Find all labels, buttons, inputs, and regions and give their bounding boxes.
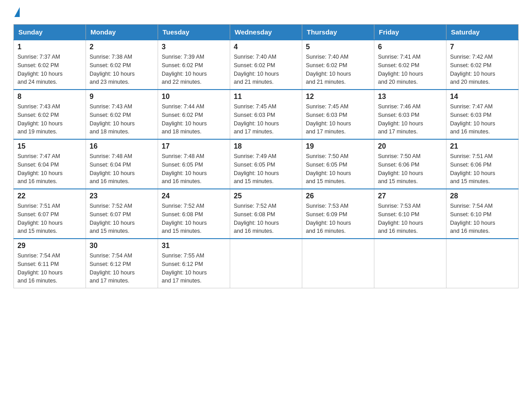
day-number: 1 (17, 43, 82, 51)
calendar-day-cell: 1 Sunrise: 7:37 AM Sunset: 6:02 PM Dayli… (14, 40, 86, 90)
calendar-day-cell: 18 Sunrise: 7:49 AM Sunset: 6:05 PM Dayl… (230, 139, 302, 189)
calendar-day-cell: 13 Sunrise: 7:46 AM Sunset: 6:03 PM Dayl… (374, 90, 446, 139)
calendar-day-cell: 15 Sunrise: 7:47 AM Sunset: 6:04 PM Dayl… (14, 139, 86, 189)
day-number: 30 (90, 242, 154, 250)
day-info: Sunrise: 7:41 AM Sunset: 6:02 PM Dayligh… (378, 53, 442, 86)
day-info: Sunrise: 7:54 AM Sunset: 6:11 PM Dayligh… (17, 252, 82, 285)
day-of-week-header: Thursday (302, 25, 374, 40)
calendar-header-row: SundayMondayTuesdayWednesdayThursdayFrid… (14, 25, 519, 40)
day-number: 23 (90, 192, 154, 200)
day-of-week-header: Saturday (446, 25, 519, 40)
calendar-week-row: 29 Sunrise: 7:54 AM Sunset: 6:11 PM Dayl… (14, 239, 519, 288)
calendar-week-row: 8 Sunrise: 7:43 AM Sunset: 6:02 PM Dayli… (14, 90, 519, 139)
day-number: 28 (450, 192, 515, 200)
day-info: Sunrise: 7:54 AM Sunset: 6:10 PM Dayligh… (450, 202, 515, 235)
day-number: 9 (90, 93, 154, 101)
calendar-day-cell: 8 Sunrise: 7:43 AM Sunset: 6:02 PM Dayli… (14, 90, 86, 139)
day-number: 6 (378, 43, 442, 51)
day-info: Sunrise: 7:50 AM Sunset: 6:06 PM Dayligh… (378, 152, 442, 186)
day-info: Sunrise: 7:39 AM Sunset: 6:02 PM Dayligh… (162, 53, 226, 86)
day-info: Sunrise: 7:49 AM Sunset: 6:05 PM Dayligh… (234, 152, 298, 186)
day-number: 27 (378, 192, 442, 200)
day-of-week-header: Tuesday (158, 25, 230, 40)
calendar-day-cell: 6 Sunrise: 7:41 AM Sunset: 6:02 PM Dayli… (374, 40, 446, 90)
day-info: Sunrise: 7:45 AM Sunset: 6:03 PM Dayligh… (306, 103, 370, 136)
day-info: Sunrise: 7:47 AM Sunset: 6:04 PM Dayligh… (17, 152, 82, 186)
calendar-day-cell: 2 Sunrise: 7:38 AM Sunset: 6:02 PM Dayli… (86, 40, 158, 90)
logo (13, 9, 20, 17)
day-info: Sunrise: 7:43 AM Sunset: 6:02 PM Dayligh… (17, 103, 82, 136)
day-info: Sunrise: 7:48 AM Sunset: 6:04 PM Dayligh… (90, 152, 154, 186)
day-info: Sunrise: 7:42 AM Sunset: 6:02 PM Dayligh… (450, 53, 515, 86)
day-number: 24 (162, 192, 226, 200)
calendar-day-cell (446, 239, 519, 288)
calendar-day-cell: 4 Sunrise: 7:40 AM Sunset: 6:02 PM Dayli… (230, 40, 302, 90)
day-info: Sunrise: 7:44 AM Sunset: 6:02 PM Dayligh… (162, 103, 226, 136)
calendar-table: SundayMondayTuesdayWednesdayThursdayFrid… (13, 24, 519, 288)
day-number: 2 (90, 43, 154, 51)
day-number: 3 (162, 43, 226, 51)
day-info: Sunrise: 7:40 AM Sunset: 6:02 PM Dayligh… (306, 53, 370, 86)
day-number: 12 (306, 93, 370, 101)
calendar-day-cell: 17 Sunrise: 7:48 AM Sunset: 6:05 PM Dayl… (158, 139, 230, 189)
day-number: 25 (234, 192, 298, 200)
day-number: 20 (378, 142, 442, 150)
day-info: Sunrise: 7:45 AM Sunset: 6:03 PM Dayligh… (234, 103, 298, 136)
day-info: Sunrise: 7:52 AM Sunset: 6:07 PM Dayligh… (90, 202, 154, 235)
day-of-week-header: Sunday (14, 25, 86, 40)
calendar-day-cell: 26 Sunrise: 7:53 AM Sunset: 6:09 PM Dayl… (302, 189, 374, 239)
day-of-week-header: Wednesday (230, 25, 302, 40)
day-of-week-header: Friday (374, 25, 446, 40)
day-number: 17 (162, 142, 226, 150)
day-info: Sunrise: 7:50 AM Sunset: 6:05 PM Dayligh… (306, 152, 370, 186)
calendar-day-cell: 31 Sunrise: 7:55 AM Sunset: 6:12 PM Dayl… (158, 239, 230, 288)
day-number: 14 (450, 93, 515, 101)
calendar-day-cell (230, 239, 302, 288)
calendar-week-row: 22 Sunrise: 7:51 AM Sunset: 6:07 PM Dayl… (14, 189, 519, 239)
day-info: Sunrise: 7:52 AM Sunset: 6:08 PM Dayligh… (234, 202, 298, 235)
calendar-day-cell: 25 Sunrise: 7:52 AM Sunset: 6:08 PM Dayl… (230, 189, 302, 239)
day-info: Sunrise: 7:54 AM Sunset: 6:12 PM Dayligh… (90, 252, 154, 285)
day-info: Sunrise: 7:52 AM Sunset: 6:08 PM Dayligh… (162, 202, 226, 235)
day-info: Sunrise: 7:37 AM Sunset: 6:02 PM Dayligh… (17, 53, 82, 86)
calendar-day-cell: 11 Sunrise: 7:45 AM Sunset: 6:03 PM Dayl… (230, 90, 302, 139)
calendar-day-cell: 12 Sunrise: 7:45 AM Sunset: 6:03 PM Dayl… (302, 90, 374, 139)
calendar-day-cell: 14 Sunrise: 7:47 AM Sunset: 6:03 PM Dayl… (446, 90, 519, 139)
calendar-day-cell: 22 Sunrise: 7:51 AM Sunset: 6:07 PM Dayl… (14, 189, 86, 239)
calendar-day-cell (302, 239, 374, 288)
day-info: Sunrise: 7:47 AM Sunset: 6:03 PM Dayligh… (450, 103, 515, 136)
day-info: Sunrise: 7:53 AM Sunset: 6:10 PM Dayligh… (378, 202, 442, 235)
calendar-day-cell: 16 Sunrise: 7:48 AM Sunset: 6:04 PM Dayl… (86, 139, 158, 189)
day-info: Sunrise: 7:38 AM Sunset: 6:02 PM Dayligh… (90, 53, 154, 86)
day-of-week-header: Monday (86, 25, 158, 40)
calendar-day-cell: 20 Sunrise: 7:50 AM Sunset: 6:06 PM Dayl… (374, 139, 446, 189)
calendar-day-cell: 10 Sunrise: 7:44 AM Sunset: 6:02 PM Dayl… (158, 90, 230, 139)
calendar-day-cell: 28 Sunrise: 7:54 AM Sunset: 6:10 PM Dayl… (446, 189, 519, 239)
day-number: 13 (378, 93, 442, 101)
day-info: Sunrise: 7:55 AM Sunset: 6:12 PM Dayligh… (162, 252, 226, 285)
logo-triangle-icon (14, 7, 20, 17)
day-number: 22 (17, 192, 82, 200)
day-number: 19 (306, 142, 370, 150)
calendar-day-cell: 24 Sunrise: 7:52 AM Sunset: 6:08 PM Dayl… (158, 189, 230, 239)
day-number: 4 (234, 43, 298, 51)
day-info: Sunrise: 7:40 AM Sunset: 6:02 PM Dayligh… (234, 53, 298, 86)
calendar-day-cell: 19 Sunrise: 7:50 AM Sunset: 6:05 PM Dayl… (302, 139, 374, 189)
calendar-day-cell (374, 239, 446, 288)
day-number: 10 (162, 93, 226, 101)
day-info: Sunrise: 7:51 AM Sunset: 6:07 PM Dayligh… (17, 202, 82, 235)
day-info: Sunrise: 7:53 AM Sunset: 6:09 PM Dayligh… (306, 202, 370, 235)
day-info: Sunrise: 7:43 AM Sunset: 6:02 PM Dayligh… (90, 103, 154, 136)
day-info: Sunrise: 7:51 AM Sunset: 6:06 PM Dayligh… (450, 152, 515, 186)
calendar-day-cell: 5 Sunrise: 7:40 AM Sunset: 6:02 PM Dayli… (302, 40, 374, 90)
day-number: 26 (306, 192, 370, 200)
day-number: 11 (234, 93, 298, 101)
calendar-day-cell: 3 Sunrise: 7:39 AM Sunset: 6:02 PM Dayli… (158, 40, 230, 90)
calendar-day-cell: 27 Sunrise: 7:53 AM Sunset: 6:10 PM Dayl… (374, 189, 446, 239)
day-number: 5 (306, 43, 370, 51)
calendar-day-cell: 7 Sunrise: 7:42 AM Sunset: 6:02 PM Dayli… (446, 40, 519, 90)
day-number: 7 (450, 43, 515, 51)
day-info: Sunrise: 7:46 AM Sunset: 6:03 PM Dayligh… (378, 103, 442, 136)
calendar-day-cell: 23 Sunrise: 7:52 AM Sunset: 6:07 PM Dayl… (86, 189, 158, 239)
day-number: 21 (450, 142, 515, 150)
